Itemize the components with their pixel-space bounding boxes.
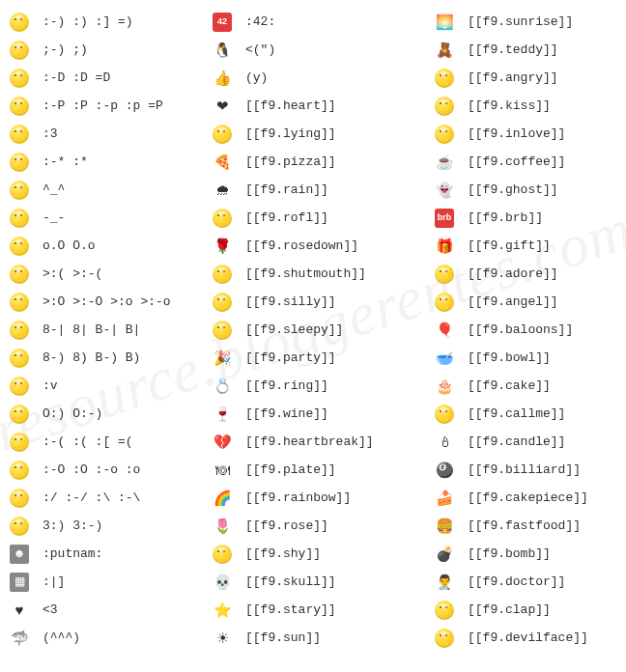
emoji-row: [[f9.rofl]] xyxy=(213,204,435,232)
emoji-icon: 💍 xyxy=(213,377,232,396)
emoji-row: 👻[[f9.ghost]] xyxy=(435,176,626,204)
emoji-code: [[f9.gift]] xyxy=(468,232,551,260)
emoji-code: >:( >:-( xyxy=(43,260,102,288)
emoji-row: :/ :-/ :\ :-\ xyxy=(10,484,213,512)
emoji-icon: 🦈 xyxy=(10,629,29,648)
emoji-code: :putnam: xyxy=(43,540,102,568)
emoji-code: [[f9.clap]] xyxy=(468,596,551,624)
emoji-row: 🎂[[f9.cake]] xyxy=(435,372,626,400)
emoji-row: 💀[[f9.skull]] xyxy=(213,568,435,596)
emoji-row: 🧸[[f9.teddy]] xyxy=(435,36,626,64)
emoji-code: [[f9.rofl]] xyxy=(245,204,328,232)
emoji-icon xyxy=(213,293,232,312)
emoji-code: [[f9.sun]] xyxy=(245,624,321,652)
emoji-code: [[f9.adore]] xyxy=(468,260,558,288)
emoji-row: :v xyxy=(10,372,213,400)
emoji-row: 💔[[f9.heartbreak]] xyxy=(213,428,435,456)
emoji-row: 👍(y) xyxy=(213,64,435,92)
emoji-row: [[f9.silly]] xyxy=(213,288,435,316)
emoji-row: 🐧<(") xyxy=(213,36,435,64)
emoji-icon xyxy=(213,265,232,284)
emoji-row: -_- xyxy=(10,204,213,232)
emoji-code: [[f9.rainbow]] xyxy=(245,484,351,512)
emoji-icon xyxy=(10,517,29,536)
emoji-code: [[f9.rose]] xyxy=(245,512,328,540)
emoji-icon xyxy=(10,97,29,116)
emoji-code: [[f9.party]] xyxy=(245,344,336,372)
emoji-icon: 💀 xyxy=(213,573,232,592)
emoji-icon: 🌅 xyxy=(435,13,454,32)
emoji-code: :42: xyxy=(245,8,275,36)
emoji-code: :3 xyxy=(43,120,58,148)
emoji-code: [[f9.devilface]] xyxy=(468,624,588,652)
emoji-row: 🍽[[f9.plate]] xyxy=(213,456,435,484)
emoji-row: >:( >:-( xyxy=(10,260,213,288)
emoji-code: [[f9.sunrise]] xyxy=(468,8,573,36)
emoji-icon xyxy=(10,41,29,60)
emoji-icon: ⭐ xyxy=(213,601,232,620)
emoji-icon xyxy=(213,209,232,228)
emoji-icon xyxy=(213,321,232,340)
emoji-icon: ☕ xyxy=(435,153,454,172)
emoji-code: [[f9.plate]] xyxy=(245,456,336,484)
emoji-row: 8-) 8) B-) B) xyxy=(10,344,213,372)
emoji-icon: 🧸 xyxy=(435,41,454,60)
emoji-icon xyxy=(435,69,454,88)
emoji-icon: 👻 xyxy=(435,181,454,200)
emoji-icon xyxy=(10,265,29,284)
emoji-code: [[f9.angry]] xyxy=(468,64,558,92)
emoji-icon: 🍷 xyxy=(213,405,232,424)
emoji-row: 8-| 8| B-| B| xyxy=(10,316,213,344)
emoji-icon xyxy=(435,125,454,144)
emoji-code: [[f9.baloons]] xyxy=(468,316,573,344)
emoji-row: 🦈(^^^) xyxy=(10,624,213,652)
emoji-row: 🍕[[f9.pizza]] xyxy=(213,148,435,176)
emoji-code: :-( :( :[ =( xyxy=(43,428,133,456)
emoji-icon xyxy=(435,293,454,312)
emoji-code: [[f9.candle]] xyxy=(468,428,565,456)
emoji-code: :-* :* xyxy=(43,148,88,176)
emoji-row: 🌅[[f9.sunrise]] xyxy=(435,8,626,36)
emoji-code: o.O O.o xyxy=(43,232,96,260)
emoji-icon: 🎁 xyxy=(435,237,454,256)
emoji-icon xyxy=(435,629,454,648)
emoji-row: >:O >:-O >:o >:-o xyxy=(10,288,213,316)
emoji-icon: 💔 xyxy=(213,433,232,452)
emoji-code: [[f9.billiard]] xyxy=(468,456,581,484)
emoji-row: o.O O.o xyxy=(10,232,213,260)
emoji-row: [[f9.angel]] xyxy=(435,288,626,316)
emoji-code: [[f9.rain]] xyxy=(245,176,328,204)
emoji-code: [[f9.inlove]] xyxy=(468,120,565,148)
emoji-row: 🎁[[f9.gift]] xyxy=(435,232,626,260)
emoji-code: [[f9.heartbreak]] xyxy=(245,428,374,456)
emoji-code: [[f9.coffee]] xyxy=(468,148,565,176)
emoji-row: O:) O:-) xyxy=(10,400,213,428)
emoji-icon xyxy=(10,209,29,228)
emoji-icon: ♥ xyxy=(10,601,29,620)
emoji-row: :-O :O :-o :o xyxy=(10,456,213,484)
emoji-code: [[f9.shy]] xyxy=(245,540,321,568)
column-2: 42:42:🐧<(")👍(y)❤[[f9.heart]][[f9.lying]]… xyxy=(213,8,435,652)
emoji-row: [[f9.callme]] xyxy=(435,400,626,428)
emoji-code: [[f9.rosedown]] xyxy=(245,232,358,260)
emoji-icon xyxy=(10,489,29,508)
emoji-icon xyxy=(435,97,454,116)
emoji-row: ^_^ xyxy=(10,176,213,204)
emoji-code: 8-| 8| B-| B| xyxy=(43,316,140,344)
emoji-icon: 🍔 xyxy=(435,517,454,536)
emoji-row: 🕯[[f9.candle]] xyxy=(435,428,626,456)
emoji-code: [[f9.angel]] xyxy=(468,288,558,316)
emoji-icon: 🍽 xyxy=(213,461,232,480)
emoji-icon xyxy=(10,237,29,256)
emoji-row: [[f9.angry]] xyxy=(435,64,626,92)
emoji-icon xyxy=(435,265,454,284)
emoji-icon xyxy=(10,153,29,172)
emoji-row: ⭐[[f9.stary]] xyxy=(213,596,435,624)
emoji-row: ♥<3 xyxy=(10,596,213,624)
emoji-code: [[f9.bomb]] xyxy=(468,540,551,568)
emoji-code: [[f9.silly]] xyxy=(245,288,336,316)
emoji-code: :-D :D =D xyxy=(43,64,110,92)
emoji-code: [[f9.skull]] xyxy=(245,568,336,596)
emoji-icon: ▦ xyxy=(10,573,29,592)
emoji-code-table: :-) :) :] =);-) ;):-D :D =D:-P :P :-p :p… xyxy=(10,8,616,652)
